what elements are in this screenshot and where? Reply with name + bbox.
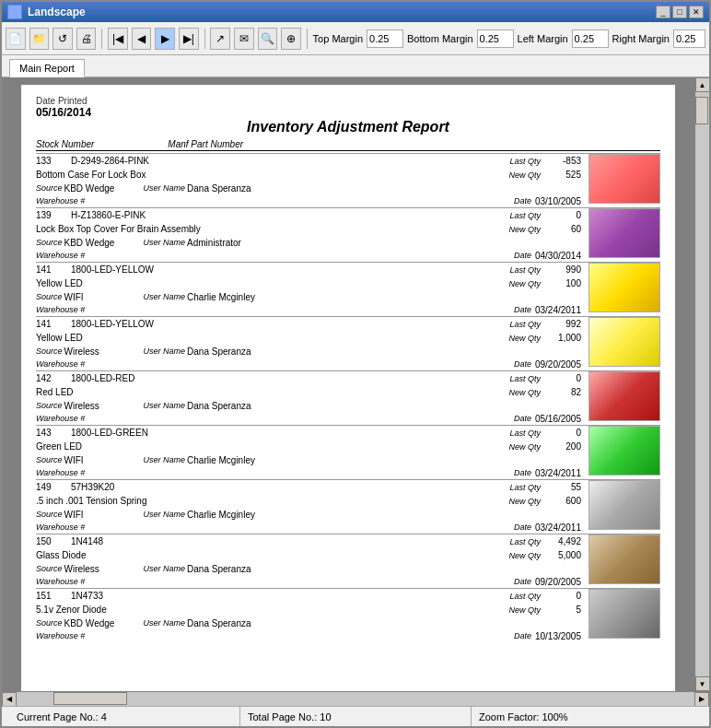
sep3 [307, 29, 308, 49]
close-button[interactable]: ✕ [689, 6, 704, 18]
source-val: Wireless [64, 564, 129, 574]
date-printed-label: Date Printed [36, 96, 87, 106]
last-qty-val: 4,492 [544, 536, 581, 546]
product-image-4 [589, 371, 660, 421]
bottom-margin-input[interactable] [477, 29, 514, 48]
stock-num: 141 [36, 319, 64, 329]
source-val: KBD Wedge [64, 238, 129, 248]
export-button[interactable]: ↗ [210, 28, 230, 50]
report-items: 133 D-2949-2864-PINK Last Qty -853 Botto… [36, 153, 660, 642]
email-button[interactable]: ✉ [234, 28, 254, 50]
new-button[interactable]: 📄 [6, 28, 26, 50]
scroll-right-arrow[interactable]: ▶ [694, 692, 709, 707]
title-bar: Landscape _ □ ✕ [2, 2, 709, 22]
stock-num: 141 [36, 264, 64, 275]
warehouse-label: Warehouse # [36, 305, 85, 314]
part-num: D-2949-2864-PINK [64, 156, 509, 166]
new-qty-label: New Qty [508, 551, 541, 560]
prev-page-button[interactable]: ◀ [132, 28, 152, 50]
new-qty-label: New Qty [508, 605, 541, 615]
last-qty-label: Last Qty [509, 157, 541, 166]
warehouse-label: Warehouse # [36, 414, 85, 423]
new-qty-val: 5 [544, 605, 581, 615]
tab-bar: Main Report [2, 55, 709, 77]
report-page: Date Printed 05/16/2014 Inventory Adjust… [21, 85, 675, 691]
source-label: Source [36, 401, 63, 410]
last-qty-val: 990 [544, 264, 581, 275]
date-label: Date [514, 523, 531, 532]
report-item-5: 143 1800-LED-GREEN Last Qty 0 Green LED … [36, 425, 660, 479]
content-area: Date Printed 05/16/2014 Inventory Adjust… [2, 77, 709, 691]
scroll-thumb[interactable] [695, 97, 708, 124]
user-val: Dana Speranza [187, 183, 251, 194]
warehouse-label: Warehouse # [36, 631, 85, 640]
print-button[interactable]: 🖨 [76, 28, 97, 50]
search-button[interactable]: 🔍 [258, 28, 278, 50]
description: Red LED [36, 387, 508, 397]
zoom-label: Zoom Factor: [479, 711, 539, 722]
scroll-left-arrow[interactable]: ◀ [2, 692, 17, 707]
date-label: Date [514, 251, 531, 260]
stock-num: 139 [36, 210, 64, 220]
zoom-button[interactable]: ⊕ [281, 28, 301, 50]
scroll-down-arrow[interactable]: ▼ [695, 676, 710, 691]
stock-num: 150 [36, 536, 64, 546]
last-qty-val: 0 [544, 210, 581, 220]
part-num: 1800-LED-YELLOW [64, 319, 509, 329]
horizontal-scrollbar[interactable]: ◀ ▶ [2, 691, 709, 706]
product-image-8 [589, 589, 660, 639]
product-image-1 [589, 208, 660, 258]
refresh-button[interactable]: ↺ [52, 28, 73, 50]
left-margin-input[interactable] [572, 29, 609, 48]
open-button[interactable]: 📁 [29, 28, 50, 50]
date-val: 04/30/2014 [535, 251, 581, 261]
vertical-scrollbar[interactable]: ▲ ▼ [694, 77, 709, 691]
part-num: H-Z13860-E-PINK [64, 210, 509, 220]
new-qty-val: 1,000 [544, 333, 581, 343]
source-label: Source [36, 510, 63, 519]
right-margin-label: Right Margin [612, 33, 670, 44]
date-label: Date [514, 631, 531, 640]
source-label: Source [36, 564, 63, 573]
current-page-value: 4 [101, 711, 107, 722]
h-scroll-track[interactable] [17, 692, 694, 706]
user-label: User Name [144, 238, 186, 247]
user-label: User Name [144, 455, 186, 464]
source-val: KBD Wedge [64, 183, 129, 194]
source-val: Wireless [64, 346, 129, 357]
minimize-button[interactable]: _ [656, 6, 670, 18]
date-val: 03/10/2005 [535, 196, 581, 206]
last-page-button[interactable]: ▶| [179, 28, 199, 50]
scroll-up-arrow[interactable]: ▲ [695, 77, 710, 92]
maximize-button[interactable]: □ [672, 6, 687, 18]
product-image-7 [589, 534, 660, 584]
next-page-button[interactable]: ▶ [155, 28, 175, 50]
last-qty-val: -853 [544, 156, 581, 166]
new-qty-label: New Qty [508, 279, 541, 288]
stock-num: 133 [36, 156, 64, 166]
report-item-3: 141 1800-LED-YELLOW Last Qty 992 Yellow … [36, 316, 660, 370]
scroll-track[interactable] [695, 92, 709, 676]
new-qty-label: New Qty [508, 334, 541, 343]
last-qty-label: Last Qty [509, 211, 541, 220]
new-qty-label: New Qty [508, 170, 541, 180]
last-qty-val: 0 [544, 428, 581, 438]
user-label: User Name [144, 401, 186, 410]
report-item-1: 139 H-Z13860-E-PINK Last Qty 0 Lock Box … [36, 207, 660, 262]
report-item-0: 133 D-2949-2864-PINK Last Qty -853 Botto… [36, 153, 660, 207]
tab-main-report[interactable]: Main Report [9, 59, 85, 77]
user-label: User Name [144, 510, 186, 519]
stock-num: 151 [36, 591, 64, 601]
warehouse-label: Warehouse # [36, 523, 85, 532]
top-margin-input[interactable] [367, 29, 403, 48]
scroll-area[interactable]: Date Printed 05/16/2014 Inventory Adjust… [2, 77, 694, 691]
first-page-button[interactable]: |◀ [108, 28, 128, 50]
report-item-2: 141 1800-LED-YELLOW Last Qty 990 Yellow … [36, 262, 660, 316]
toolbar: 📄 📁 ↺ 🖨 |◀ ◀ ▶ ▶| ↗ ✉ 🔍 ⊕ Top Margin Bot… [2, 22, 709, 55]
source-val: KBD Wedge [64, 618, 129, 628]
new-qty-val: 600 [544, 496, 581, 506]
user-label: User Name [144, 183, 186, 193]
right-margin-input[interactable] [673, 29, 705, 48]
h-scroll-thumb[interactable] [53, 692, 127, 705]
description: .5 inch .001 Tension Spring [36, 496, 508, 506]
